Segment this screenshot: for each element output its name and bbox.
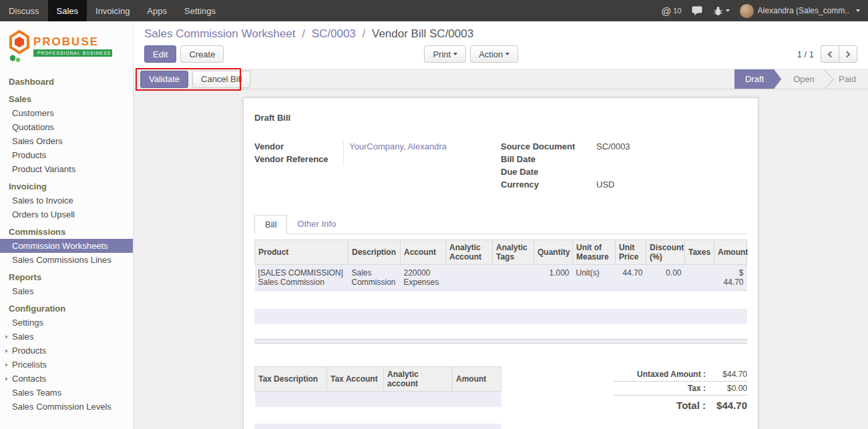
debug-menu[interactable] (713, 6, 730, 16)
probuse-logo: PROBUSE PROFESSIONAL BUSINESS (7, 29, 124, 63)
topbar-menu-apps[interactable]: Apps (138, 0, 176, 21)
topbar-menu-sales[interactable]: Sales (48, 0, 87, 21)
tax-total-value: $0.00 (706, 384, 747, 393)
vendor-label: Vendor (254, 140, 343, 153)
user-menu[interactable]: Alexandra (Sales_comm.. (740, 4, 860, 18)
sidebar-item-config-contacts[interactable]: Contacts (0, 372, 133, 386)
sidebar-item-customers[interactable]: Customers (0, 106, 133, 120)
cell-quantity: 1.000 (534, 265, 573, 291)
status-paid[interactable]: Paid (827, 69, 868, 89)
form-sheet: Draft Bill Vendor YourCompany, Alexandra… (243, 97, 758, 429)
topbar-menu-invoicing[interactable]: Invoicing (87, 0, 138, 21)
sidebar-item-product-variants[interactable]: Product Variants (0, 162, 133, 176)
cell-account: 220000 Expenses (401, 265, 446, 291)
tax-empty-row[interactable] (255, 392, 501, 407)
user-name: Alexandra (Sales_comm.. (758, 6, 849, 15)
sidebar-item-sales-to-invoice[interactable]: Sales to Invoice (0, 193, 133, 207)
tax-empty-cell (384, 392, 453, 407)
col-amount: Amount (714, 240, 747, 265)
statusbar: Validate Cancel Bill Draft Open Paid (134, 69, 868, 89)
sidebar-section-dashboard[interactable]: Dashboard (0, 75, 133, 89)
section-separator (254, 339, 747, 344)
pager-next-button[interactable] (839, 45, 857, 63)
currency-label: Currency (501, 178, 596, 191)
statusbar-buttons: Validate Cancel Bill (140, 71, 250, 88)
print-label: Print (433, 49, 451, 59)
col-tax-account: Tax Account (327, 367, 384, 392)
sidebar-item-config-sales[interactable]: Sales (0, 330, 133, 344)
action-label: Action (479, 49, 503, 59)
edit-button[interactable]: Edit (144, 45, 176, 63)
main-area: Sales Commission Worksheet / SC/0003 / V… (134, 21, 868, 429)
create-button[interactable]: Create (180, 45, 224, 63)
col-unit-price: Unit Price (616, 240, 646, 265)
button-row: Edit Create Print Action 1 / 1 (144, 45, 857, 63)
mentions-counter[interactable]: @ 10 (661, 5, 681, 17)
source-document-label: Source Document (501, 140, 596, 153)
breadcrumb-worksheet-link[interactable]: Sales Commission Worksheet (144, 27, 295, 40)
sidebar-section-configuration: Configuration (0, 302, 133, 316)
cell-analytic-tags (493, 265, 534, 291)
tax-header-row: Tax Description Tax Account Analytic acc… (255, 367, 501, 392)
empty-line-row[interactable] (254, 309, 747, 324)
cancel-bill-button[interactable]: Cancel Bill (192, 71, 250, 88)
col-tax-analytic-account: Analytic account (384, 367, 453, 392)
breadcrumb-current: Vendor Bill SC/0003 (372, 27, 473, 40)
empty-tax-row[interactable] (254, 424, 501, 429)
sidebar-item-config-products[interactable]: Products (0, 344, 133, 358)
field-group: Vendor YourCompany, Alexandra Vendor Ref… (254, 140, 747, 191)
pager: 1 / 1 (797, 45, 857, 63)
topbar-menu-discuss[interactable]: Discuss (0, 0, 48, 21)
invoice-line-row[interactable]: [SALES COMMISSION] Sales Commission Sale… (255, 265, 747, 291)
totals-block: Untaxed Amount : $44.70 Tax : $0.00 Tota… (614, 366, 747, 413)
logo-tagline: PROFESSIONAL BUSINESS (37, 51, 111, 55)
tab-bill[interactable]: Bill (254, 215, 287, 234)
status-open[interactable]: Open (781, 69, 827, 89)
speech-bubble-icon (692, 6, 703, 16)
print-dropdown-button[interactable]: Print (424, 45, 466, 63)
sidebar-item-sales-teams[interactable]: Sales Teams (0, 386, 133, 400)
sidebar-item-orders-to-upsell[interactable]: Orders to Upsell (0, 207, 133, 222)
form-view: Draft Bill Vendor YourCompany, Alexandra… (134, 89, 868, 429)
breadcrumb: Sales Commission Worksheet / SC/0003 / V… (144, 27, 857, 41)
tax-lines-table: Tax Description Tax Account Analytic acc… (254, 366, 501, 407)
sidebar-item-sales-commissions-lines[interactable]: Sales Commissions Lines (0, 253, 133, 267)
vendor-reference-label: Vendor Reference (254, 153, 343, 165)
app-logo[interactable]: PROBUSE PROFESSIONAL BUSINESS (0, 21, 133, 71)
caret-down-icon (453, 53, 457, 55)
pager-previous-button[interactable] (821, 45, 839, 63)
chevron-right-icon (844, 51, 851, 57)
top-navbar: Discuss Sales Invoicing Apps Settings @ … (0, 0, 868, 21)
breadcrumb-separator: / (298, 27, 308, 40)
sidebar-item-reports-sales[interactable]: Sales (0, 284, 133, 298)
untaxed-amount-value: $44.70 (706, 370, 747, 379)
sidebar-section-sales: Sales (0, 92, 133, 106)
bug-icon (713, 6, 723, 16)
messages-icon[interactable] (692, 6, 703, 16)
action-dropdown-button[interactable]: Action (470, 45, 518, 63)
logo-name: PROBUSE (33, 35, 99, 48)
sidebar-item-config-settings[interactable]: Settings (0, 316, 133, 330)
col-unit-of-measure: Unit of Measure (573, 240, 616, 265)
cell-uom: Unit(s) (573, 265, 616, 291)
col-tax-amount: Amount (453, 367, 501, 392)
sidebar-item-config-pricelists[interactable]: Pricelists (0, 358, 133, 372)
tax-empty-cell (255, 392, 327, 407)
breadcrumb-record-link[interactable]: SC/0003 (312, 27, 356, 40)
validate-button[interactable]: Validate (140, 71, 188, 88)
sidebar-item-sales-commission-levels[interactable]: Sales Commission Levels (0, 400, 133, 414)
topbar-menu-settings[interactable]: Settings (176, 0, 224, 21)
bottom-section: Tax Description Tax Account Analytic acc… (254, 366, 747, 413)
vendor-value-link[interactable]: YourCompany, Alexandra (343, 140, 501, 153)
cell-amount: $ 44.70 (714, 265, 747, 291)
sidebar-item-sales-orders[interactable]: Sales Orders (0, 134, 133, 148)
cell-taxes (685, 265, 714, 291)
status-draft[interactable]: Draft (734, 69, 781, 89)
sidebar-item-commission-worksheets[interactable]: Commission Worksheets (0, 239, 133, 253)
sidebar-item-quotations[interactable]: Quotations (0, 120, 133, 134)
col-account: Account (401, 240, 446, 265)
sidebar-item-products[interactable]: Products (0, 148, 133, 162)
tab-other-info[interactable]: Other Info (287, 215, 346, 234)
col-discount: Discount (%) (646, 240, 685, 265)
cell-description: Sales Commission (349, 265, 401, 291)
